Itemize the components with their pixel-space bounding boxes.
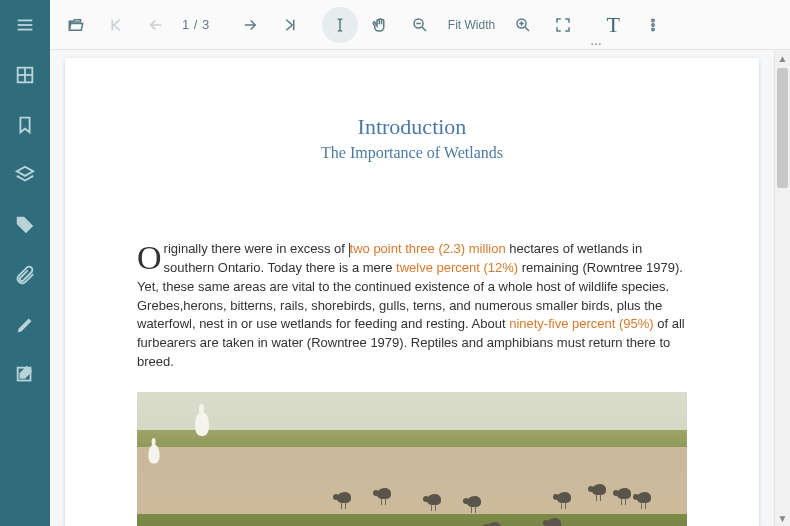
prev-page-button[interactable] — [138, 7, 174, 43]
layers-button[interactable] — [0, 150, 50, 200]
hamburger-icon — [14, 14, 36, 36]
sidebar — [0, 0, 50, 526]
bookmark-icon — [14, 114, 36, 136]
svg-line-16 — [525, 27, 529, 31]
bird-small — [487, 522, 501, 526]
text-tool-icon: T — [606, 12, 619, 38]
bookmarks-button[interactable] — [0, 100, 50, 150]
bird-small — [337, 492, 351, 503]
bird-small — [557, 492, 571, 503]
paperclip-icon — [14, 264, 36, 286]
document-viewer: Introduction The Importance of Wetlands … — [50, 50, 790, 526]
tag-icon — [14, 214, 36, 236]
last-page-button[interactable] — [272, 7, 308, 43]
app-root: 1 / 3 Fit Width — [0, 0, 790, 526]
text-select-tool[interactable] — [322, 7, 358, 43]
bird-egret — [195, 412, 209, 436]
doc-subtitle: The Importance of Wetlands — [137, 144, 687, 162]
open-file-button[interactable] — [58, 7, 94, 43]
first-page-button[interactable] — [98, 7, 134, 43]
attachments-button[interactable] — [0, 250, 50, 300]
overflow-indicator: … — [590, 34, 603, 48]
fullscreen-icon — [554, 16, 572, 34]
bird-small — [427, 494, 441, 505]
thumbnails-button[interactable] — [0, 50, 50, 100]
zoom-mode-label[interactable]: Fit Width — [442, 18, 501, 32]
doc-paragraph-1[interactable]: Originally there were in excess of two p… — [137, 240, 687, 372]
svg-marker-6 — [17, 167, 34, 176]
svg-point-19 — [652, 19, 654, 21]
arrow-right-icon — [241, 16, 259, 34]
page-1: Introduction The Importance of Wetlands … — [65, 58, 759, 526]
doc-image-wetlands — [137, 392, 687, 526]
scroll-up-arrow[interactable]: ▲ — [775, 50, 790, 66]
doc-title: Introduction — [137, 114, 687, 140]
zoom-out-icon — [411, 16, 429, 34]
menu-button[interactable] — [0, 0, 50, 50]
text-cursor-icon — [331, 16, 349, 34]
grid-icon — [14, 64, 36, 86]
arrow-left-icon — [147, 16, 165, 34]
more-tools-button[interactable] — [635, 7, 671, 43]
vertical-scrollbar[interactable]: ▲ ▼ — [774, 50, 790, 526]
more-vertical-icon — [644, 16, 662, 34]
hand-icon — [371, 16, 389, 34]
first-page-icon — [107, 16, 125, 34]
p1-highlight-2: twelve percent (12%) — [396, 260, 518, 275]
zoom-in-icon — [514, 16, 532, 34]
bird-small — [617, 488, 631, 499]
bird-small — [467, 496, 481, 507]
bird-small — [547, 518, 561, 526]
p1-seg-a: riginally there were in excess of — [164, 241, 349, 256]
page-indicator[interactable]: 1 / 3 — [178, 17, 228, 32]
pan-tool[interactable] — [362, 7, 398, 43]
bird-small — [592, 484, 606, 495]
bird-small — [377, 488, 391, 499]
layers-icon — [14, 164, 36, 186]
zoom-out-button[interactable] — [402, 7, 438, 43]
svg-point-20 — [652, 23, 654, 25]
dropcap: O — [137, 240, 164, 272]
compose-button[interactable] — [0, 350, 50, 400]
scroll-down-arrow[interactable]: ▼ — [775, 510, 790, 526]
svg-line-13 — [422, 27, 426, 31]
tags-button[interactable] — [0, 200, 50, 250]
zoom-in-button[interactable] — [505, 7, 541, 43]
bird-egret — [148, 444, 159, 463]
compose-icon — [14, 364, 36, 386]
scroll-thumb[interactable] — [777, 68, 788, 188]
svg-point-21 — [652, 28, 654, 30]
p1-highlight-1: two point three (2.3) million — [350, 241, 506, 256]
next-page-button[interactable] — [232, 7, 268, 43]
edit-button[interactable] — [0, 300, 50, 350]
last-page-icon — [281, 16, 299, 34]
pencil-icon — [14, 314, 36, 336]
bird-small — [637, 492, 651, 503]
p1-highlight-3: ninety-five percent (95%) — [509, 316, 654, 331]
document-scroll[interactable]: Introduction The Importance of Wetlands … — [50, 50, 774, 526]
toolbar: 1 / 3 Fit Width — [50, 0, 790, 50]
main-area: 1 / 3 Fit Width — [50, 0, 790, 526]
folder-open-icon — [67, 16, 85, 34]
fullscreen-button[interactable] — [545, 7, 581, 43]
